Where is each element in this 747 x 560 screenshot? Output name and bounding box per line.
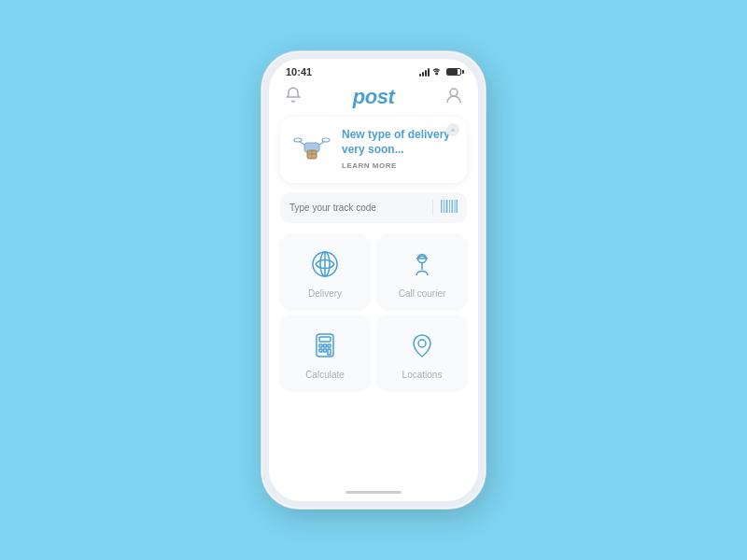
app-title: post <box>353 85 394 109</box>
svg-rect-31 <box>328 349 331 355</box>
svg-point-1 <box>450 89 458 96</box>
banner-title: New type of delivery very soon... <box>342 128 456 157</box>
banner-drone-emoji <box>291 128 332 174</box>
user-icon[interactable] <box>446 87 461 107</box>
delivery-button[interactable]: Delivery <box>280 234 370 308</box>
banner-text: New type of delivery very soon... LEARN … <box>342 128 456 170</box>
svg-rect-25 <box>319 337 331 342</box>
svg-point-9 <box>322 138 330 142</box>
svg-rect-27 <box>324 344 327 347</box>
features-grid: Delivery <box>280 234 467 389</box>
status-bar: 10:41 <box>269 59 478 81</box>
calculator-icon <box>308 329 342 362</box>
svg-rect-26 <box>319 344 322 347</box>
svg-rect-11 <box>441 200 443 213</box>
delivery-icon <box>308 247 342 281</box>
call-courier-label: Call courier <box>399 288 446 299</box>
call-courier-button[interactable]: Call courier <box>377 234 467 308</box>
svg-rect-16 <box>455 200 456 213</box>
delivery-label: Delivery <box>308 288 342 299</box>
svg-rect-30 <box>324 349 327 352</box>
phone-frame: 10:41 <box>261 51 486 509</box>
calculate-button[interactable]: Calculate <box>280 315 370 389</box>
locations-button[interactable]: Locations <box>377 315 467 389</box>
signal-icon <box>419 68 430 77</box>
svg-point-8 <box>294 138 302 142</box>
status-icons <box>419 67 461 77</box>
svg-rect-17 <box>457 200 458 213</box>
bell-icon[interactable] <box>286 87 301 107</box>
svg-rect-14 <box>449 200 450 213</box>
svg-rect-12 <box>444 200 444 213</box>
track-input[interactable] <box>289 203 425 213</box>
battery-icon <box>446 68 461 76</box>
calculate-label: Calculate <box>305 370 345 380</box>
svg-rect-29 <box>319 349 322 352</box>
track-section <box>269 192 478 234</box>
locations-label: Locations <box>402 370 443 380</box>
banner-learn-more-link[interactable]: LEARN MORE <box>342 161 456 170</box>
svg-rect-15 <box>452 200 454 213</box>
barcode-icon[interactable] <box>432 200 458 216</box>
phone-screen: 10:41 <box>269 59 478 501</box>
home-bar <box>345 491 402 494</box>
svg-rect-13 <box>446 200 448 213</box>
svg-rect-28 <box>328 344 331 347</box>
location-icon <box>405 329 439 362</box>
home-indicator <box>269 483 478 501</box>
app-header: post <box>269 81 478 117</box>
grid-section: Delivery <box>269 234 478 483</box>
track-input-wrapper <box>280 192 467 223</box>
status-time: 10:41 <box>286 66 312 77</box>
wifi-icon <box>432 67 443 77</box>
svg-point-0 <box>436 73 438 75</box>
courier-icon <box>405 247 439 281</box>
banner-card: × <box>280 117 467 183</box>
banner-close-button[interactable]: × <box>446 123 459 136</box>
svg-point-32 <box>418 340 426 347</box>
banner-section: × <box>269 117 478 192</box>
